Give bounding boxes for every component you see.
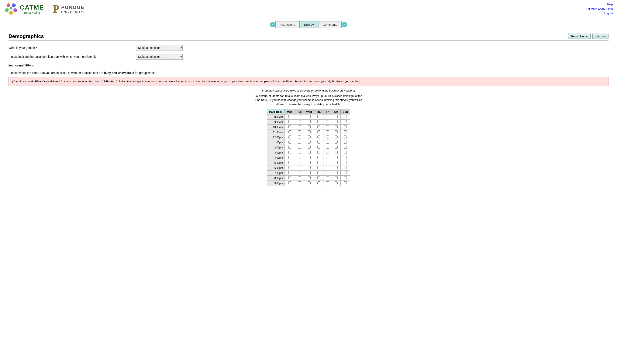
checkbox-sat-7[interactable] — [334, 151, 338, 154]
checkbox-wed-2[interactable] — [308, 125, 311, 128]
checkbox-sat-9[interactable] — [334, 161, 338, 164]
checkbox-thu-0[interactable] — [317, 115, 320, 118]
col-header-sat[interactable]: Sat — [332, 109, 340, 115]
checkbox-mon-8[interactable] — [288, 156, 291, 159]
time-cell-1[interactable]: 9:00am — [267, 119, 285, 125]
checkbox-sat-12[interactable] — [334, 176, 338, 179]
checkbox-wed-11[interactable] — [308, 171, 311, 174]
checkbox-tue-10[interactable] — [298, 166, 301, 169]
checkbox-thu-1[interactable] — [317, 120, 320, 123]
checkbox-fri-11[interactable] — [326, 171, 329, 174]
checkbox-mon-7[interactable] — [288, 151, 291, 154]
checkbox-sat-8[interactable] — [334, 156, 338, 159]
checkbox-mon-6[interactable] — [288, 146, 291, 149]
checkbox-sat-5[interactable] — [334, 141, 338, 143]
checkbox-sat-1[interactable] — [334, 120, 338, 123]
col-header-mon[interactable]: Mon — [285, 109, 295, 115]
time-cell-13[interactable]: 9:00pm — [267, 181, 285, 186]
time-cell-3[interactable]: 11:00am — [267, 130, 285, 135]
checkbox-wed-3[interactable] — [308, 130, 311, 133]
time-cell-11[interactable]: 7:00pm — [267, 170, 285, 176]
checkbox-tue-2[interactable] — [298, 125, 301, 128]
next-button[interactable]: Next >> — [592, 33, 608, 39]
checkbox-sat-2[interactable] — [334, 125, 338, 128]
checkbox-wed-10[interactable] — [308, 166, 311, 169]
checkbox-wed-12[interactable] — [308, 176, 311, 179]
checkbox-mon-9[interactable] — [288, 161, 291, 164]
checkbox-thu-12[interactable] — [317, 176, 320, 179]
logout-link[interactable]: Logout — [604, 11, 613, 16]
checkbox-wed-8[interactable] — [308, 156, 311, 159]
checkbox-sun-11[interactable] — [344, 171, 347, 174]
checkbox-tue-4[interactable] — [298, 135, 301, 139]
checkbox-thu-13[interactable] — [317, 181, 320, 184]
checkbox-mon-3[interactable] — [288, 130, 291, 133]
checkbox-fri-13[interactable] — [326, 181, 329, 184]
checkbox-sun-12[interactable] — [344, 176, 347, 179]
checkbox-wed-13[interactable] — [308, 181, 311, 184]
checkbox-tue-9[interactable] — [298, 161, 301, 164]
col-header-wed[interactable]: Wed — [304, 109, 314, 115]
col-header-sun[interactable]: Sun — [340, 109, 350, 115]
checkbox-sun-1[interactable] — [344, 120, 347, 123]
time-cell-9[interactable]: 5:00pm — [267, 160, 285, 165]
col-header-fri[interactable]: Fri — [324, 109, 332, 115]
return-home-button[interactable]: Return Home — [568, 33, 591, 39]
checkbox-fri-4[interactable] — [326, 135, 329, 139]
checkbox-wed-1[interactable] — [308, 120, 311, 123]
col-header-make-busy[interactable]: Make Busy — [267, 109, 285, 115]
checkbox-thu-11[interactable] — [317, 171, 320, 174]
checkbox-sat-0[interactable] — [334, 115, 338, 118]
checkbox-thu-5[interactable] — [317, 141, 320, 143]
help-link[interactable]: Help — [607, 2, 613, 7]
time-cell-6[interactable]: 2:00pm — [267, 145, 285, 150]
race-select[interactable]: Make a selection White/Caucasian Black/A… — [136, 54, 183, 60]
checkbox-mon-10[interactable] — [288, 166, 291, 169]
checkbox-fri-12[interactable] — [326, 176, 329, 179]
checkbox-tue-12[interactable] — [298, 176, 301, 179]
checkbox-mon-0[interactable] — [288, 115, 291, 118]
checkbox-sun-6[interactable] — [344, 146, 347, 149]
checkbox-tue-0[interactable] — [298, 115, 301, 118]
checkbox-wed-9[interactable] — [308, 161, 311, 164]
checkbox-tue-1[interactable] — [298, 120, 301, 123]
time-cell-12[interactable]: 8:00pm — [267, 176, 285, 181]
checkbox-tue-3[interactable] — [298, 130, 301, 133]
tab-instructions[interactable]: Instructions — [275, 21, 300, 28]
more-info-link[interactable]: For More CATME Info — [586, 7, 613, 11]
checkbox-thu-10[interactable] — [317, 166, 320, 169]
checkbox-mon-12[interactable] — [288, 176, 291, 179]
checkbox-tue-11[interactable] — [298, 171, 301, 174]
checkbox-mon-11[interactable] — [288, 171, 291, 174]
checkbox-wed-4[interactable] — [308, 135, 311, 139]
checkbox-wed-7[interactable] — [308, 151, 311, 154]
checkbox-fri-0[interactable] — [326, 115, 329, 118]
checkbox-thu-8[interactable] — [317, 156, 320, 159]
checkbox-sat-3[interactable] — [334, 130, 338, 133]
checkbox-fri-6[interactable] — [326, 146, 329, 149]
time-cell-4[interactable]: 12:00pm — [267, 135, 285, 140]
checkbox-wed-6[interactable] — [308, 146, 311, 149]
checkbox-mon-2[interactable] — [288, 125, 291, 128]
checkbox-fri-5[interactable] — [326, 141, 329, 143]
checkbox-sun-2[interactable] — [344, 125, 347, 128]
checkbox-thu-3[interactable] — [317, 130, 320, 133]
checkbox-fri-7[interactable] — [326, 151, 329, 154]
checkbox-sun-3[interactable] — [344, 130, 347, 133]
gender-select[interactable]: Make a selection Male Female Non-binary … — [136, 45, 183, 51]
checkbox-mon-4[interactable] — [288, 135, 291, 139]
prev-arrow[interactable]: < — [270, 22, 275, 27]
checkbox-tue-6[interactable] — [298, 146, 301, 149]
checkbox-tue-7[interactable] — [298, 151, 301, 154]
checkbox-wed-0[interactable] — [308, 115, 311, 118]
checkbox-sun-4[interactable] — [344, 135, 347, 139]
checkbox-thu-2[interactable] — [317, 125, 320, 128]
checkbox-sun-7[interactable] — [344, 151, 347, 154]
checkbox-sun-13[interactable] — [344, 181, 347, 184]
checkbox-wed-5[interactable] — [308, 141, 311, 143]
checkbox-thu-4[interactable] — [317, 135, 320, 139]
checkbox-tue-5[interactable] — [298, 141, 301, 143]
checkbox-sat-6[interactable] — [334, 146, 338, 149]
checkbox-mon-5[interactable] — [288, 141, 291, 143]
checkbox-sun-9[interactable] — [344, 161, 347, 164]
